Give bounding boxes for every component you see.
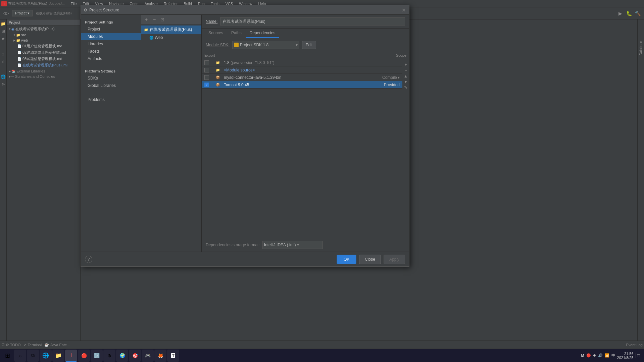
- project-combo[interactable]: Project ▾: [12, 10, 33, 16]
- project-icon[interactable]: 📁: [0, 21, 6, 27]
- nav-back-btn[interactable]: ◁: [3, 11, 5, 15]
- firefox-icon: 🦊: [158, 353, 163, 358]
- tree-item-external-libs[interactable]: ▶ 📚 External Libraries: [7, 68, 80, 74]
- tree-item-root[interactable]: ▼ ◉ 在线考试管理系统(Plus): [7, 26, 80, 32]
- nav-item-modules[interactable]: Modules: [81, 33, 141, 40]
- todo-tab[interactable]: ☑ 6: TODO: [1, 343, 21, 347]
- taskbar-edge[interactable]: 🌐: [40, 350, 52, 362]
- sdk-select[interactable]: Project SDK 1.8 ▾: [232, 41, 299, 49]
- checkmark-icon: ✓: [205, 83, 208, 87]
- dialog-title-text: Project Structure: [89, 8, 119, 12]
- star-icon[interactable]: ☆: [0, 58, 6, 64]
- web-icon[interactable]: 🌐: [0, 74, 6, 80]
- tree-item-file3[interactable]: 📄 03试题信息管理模块.md: [7, 56, 80, 62]
- dep-edit-btn[interactable]: ✎: [403, 85, 408, 90]
- terminal-tab[interactable]: ⊳ Terminal: [23, 343, 42, 347]
- taskbar-search[interactable]: ⌕: [14, 350, 26, 362]
- taskbar-app3[interactable]: ⊕: [103, 350, 115, 362]
- ok-button[interactable]: OK: [337, 255, 356, 264]
- favorites2-icon[interactable]: 2: [0, 51, 6, 57]
- taskbar-intellij[interactable]: i: [65, 350, 77, 362]
- tree-item-scratches[interactable]: ▶ ✏ Scratches and Consoles: [7, 74, 80, 79]
- taskbar-app2[interactable]: 🔴: [78, 350, 90, 362]
- dep-checkbox-tomcat[interactable]: ✓: [204, 83, 209, 87]
- nav-item-sdks[interactable]: SDKs: [81, 74, 141, 82]
- module-icon: ◉: [11, 27, 14, 31]
- nav-item-facets[interactable]: Facets: [81, 48, 141, 55]
- tree-item-file1[interactable]: 📄 01用户信息管理模块.md: [7, 43, 80, 49]
- dep-row-tomcat[interactable]: ✓ 📦 Tomcat 9.0.45 Provided: [202, 81, 402, 89]
- dep-checkbox-jdk[interactable]: [204, 60, 209, 65]
- build-btn[interactable]: 🔨: [634, 10, 641, 17]
- java-ente-tab[interactable]: ☕ Java Ente...: [44, 343, 70, 347]
- module-folder-icon: 📁: [144, 28, 148, 32]
- taskbar-taskview[interactable]: ⧉: [27, 350, 39, 362]
- nav-item-problems[interactable]: Problems: [81, 96, 141, 103]
- dep-up-btn[interactable]: ▲: [403, 73, 408, 79]
- tree-item-src[interactable]: ▼ 📁 src: [7, 32, 80, 38]
- nav-item-global-libs[interactable]: Global Libraries: [81, 82, 141, 89]
- storage-select[interactable]: IntelliJ IDEA (.iml) ▾: [262, 241, 323, 249]
- tree-item-file2[interactable]: 📄 02过滤器防止恶意登陆.md: [7, 49, 80, 56]
- project-title-bar: 在线考试管理系统(Plus): [8, 1, 47, 6]
- nav-item-artifacts[interactable]: Artifacts: [81, 55, 141, 62]
- apply-button[interactable]: Apply: [384, 255, 405, 264]
- taskbar-typora[interactable]: T: [167, 350, 179, 362]
- terminal-icon-left[interactable]: ⊳: [0, 81, 6, 87]
- typora-icon: T: [171, 353, 176, 358]
- event-log-link[interactable]: Event Log: [626, 343, 643, 347]
- dep-remove-btn[interactable]: −: [403, 68, 408, 73]
- middle-toolbar: + − ⊡: [141, 15, 201, 24]
- chrome-icon: 🌍: [119, 353, 125, 358]
- tree-item-web[interactable]: ▶ 📁 web: [7, 38, 80, 43]
- app5-icon: 🎮: [145, 353, 151, 358]
- nav-item-libraries[interactable]: Libraries: [81, 40, 141, 48]
- tab-paths[interactable]: Paths: [227, 29, 246, 38]
- sdk-edit-button[interactable]: Edit: [302, 41, 316, 49]
- module-tree-web[interactable]: 🌐 Web: [141, 34, 201, 41]
- compile-scope[interactable]: Compile ▾: [366, 75, 400, 80]
- start-button[interactable]: ⊞: [1, 350, 13, 362]
- tray-time: 21:56: [624, 352, 634, 356]
- sdk-folder-icon: [234, 43, 239, 47]
- dep-row-module-source[interactable]: 📁 <Module source>: [202, 66, 402, 74]
- run-btn[interactable]: ▶: [616, 10, 624, 17]
- dep-checkbox-mysql[interactable]: [204, 75, 209, 80]
- tray-red-icon: 🔴: [586, 353, 591, 358]
- name-input[interactable]: [220, 17, 405, 25]
- show-desktop-btn[interactable]: □: [636, 353, 640, 358]
- help-button[interactable]: ?: [85, 256, 92, 263]
- taskbar-chrome[interactable]: 🌍: [116, 350, 128, 362]
- dialog-close-button[interactable]: ✕: [401, 7, 406, 13]
- dep-row-mysql[interactable]: 📦 mysql-connector-java-5.1.39-bin Compil…: [202, 74, 402, 81]
- dep-down-btn[interactable]: ▼: [403, 79, 408, 85]
- database-icon[interactable]: Database: [639, 41, 643, 56]
- dep-export-jdk: [204, 60, 214, 65]
- taskbar-explorer[interactable]: 📁: [52, 350, 64, 362]
- debug-btn[interactable]: 🐛: [625, 10, 633, 17]
- taskview-icon: ⧉: [31, 353, 35, 358]
- tree-item-iml[interactable]: 📄 在线考试管理系统(Plus).iml: [7, 62, 80, 68]
- taskbar-app5[interactable]: 🎮: [142, 350, 154, 362]
- tray-volume-icon[interactable]: 🔊: [598, 353, 603, 358]
- expand-src-arrow: ▼: [13, 33, 16, 37]
- taskbar-firefox[interactable]: 🦊: [154, 350, 166, 362]
- dep-content: 📁 1.8 (java version "1.8.0_51") 📁: [202, 59, 409, 89]
- dep-checkbox-module[interactable]: [204, 68, 209, 72]
- nav-item-project[interactable]: Project: [81, 25, 141, 33]
- dep-row-jdk[interactable]: 📁 1.8 (java version "1.8.0_51"): [202, 59, 402, 66]
- tab-dependencies[interactable]: Dependencies: [246, 29, 280, 38]
- add-module-btn[interactable]: +: [143, 16, 150, 23]
- remove-module-btn[interactable]: −: [151, 16, 158, 23]
- copy-module-btn[interactable]: ⊡: [159, 16, 166, 23]
- taskbar-calculator[interactable]: 🔢: [91, 350, 103, 362]
- menu-file[interactable]: File: [68, 1, 80, 6]
- close-button[interactable]: Close: [359, 255, 381, 264]
- module-tree-main[interactable]: 📁 在线考试管理系统(Plus): [141, 25, 201, 34]
- structure-icon[interactable]: ⊞: [0, 28, 6, 34]
- taskbar-app4[interactable]: 🎯: [129, 350, 141, 362]
- nav-forward-btn[interactable]: ▷: [6, 11, 9, 15]
- favorites-icon[interactable]: ★: [0, 36, 6, 42]
- tab-sources[interactable]: Sources: [204, 29, 227, 38]
- dep-add-btn[interactable]: +: [403, 62, 408, 67]
